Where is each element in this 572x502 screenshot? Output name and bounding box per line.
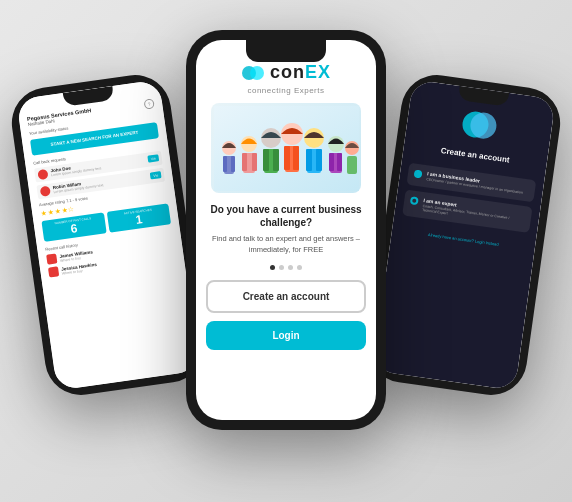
svg-rect-22 [316, 149, 322, 171]
dot-2 [279, 265, 284, 270]
center-screen: conEX connecting Experts [196, 40, 376, 420]
center-logo: conEX [241, 62, 331, 83]
center-question: Do you have a current business challenge… [206, 203, 366, 229]
logo-ex: EX [305, 62, 331, 82]
svg-rect-13 [263, 149, 269, 171]
center-illustration [211, 103, 361, 193]
svg-rect-17 [284, 146, 290, 170]
logo-text: conEX [270, 62, 331, 83]
svg-rect-9 [242, 153, 247, 171]
right-create-label: Create an account [440, 146, 510, 165]
dot-1 [270, 265, 275, 270]
svg-rect-26 [337, 153, 342, 171]
right-logo-svg [459, 105, 500, 146]
stat-calls: Number of past calls 6 [41, 212, 106, 242]
right-option-leader-text: I am a business leader CEO/owner / partn… [426, 170, 524, 195]
phone-left: Pegasus Services GmbH Nathalie Dahl ? Yo… [7, 70, 209, 399]
svg-rect-21 [306, 149, 312, 171]
svg-rect-5 [223, 156, 227, 172]
scene: Pegasus Services GmbH Nathalie Dahl ? Yo… [0, 0, 572, 502]
left-screen: Pegasus Services GmbH Nathalie Dahl ? Yo… [16, 79, 200, 390]
svg-rect-28 [347, 156, 357, 174]
login-button[interactable]: Login [206, 321, 366, 350]
radio-leader[interactable] [414, 169, 423, 178]
phone-right: Create an account I am a business leader… [363, 70, 565, 399]
phone-right-inner: Create an account I am a business leader… [372, 79, 556, 390]
people-illustration [214, 106, 359, 191]
phone-left-inner: Pegasus Services GmbH Nathalie Dahl ? Yo… [16, 79, 200, 390]
recent-info-1: James Williams Where to buy [59, 249, 93, 263]
contact-avatar-2 [40, 185, 51, 196]
phone-center: conEX connecting Experts [186, 30, 386, 430]
recent-avatar-2 [48, 267, 59, 278]
create-account-button[interactable]: Create an account [206, 280, 366, 313]
view-btn-2[interactable]: Vie [150, 171, 162, 179]
stat-searches: Active Searches 1 [106, 203, 171, 233]
right-screen: Create an account I am a business leader… [372, 79, 556, 390]
dot-3 [288, 265, 293, 270]
phone-center-notch [246, 40, 326, 62]
recent-avatar-1 [46, 254, 57, 265]
conex-logo-icon [241, 65, 265, 81]
login-link: Already have an account? Login Instead [428, 232, 499, 247]
recent-info-2: Jessica Hawkins Where to buy [61, 262, 98, 276]
pagination-dots [270, 265, 302, 270]
right-logo-icon [459, 105, 500, 146]
contact-avatar-1 [37, 169, 48, 180]
svg-rect-18 [293, 146, 299, 170]
center-sub: Find and talk to an expert and get answe… [206, 234, 366, 255]
login-link-text: Already have an account? [428, 232, 475, 243]
view-btn-1[interactable]: Vie [147, 155, 159, 163]
radio-expert[interactable] [410, 196, 419, 205]
svg-rect-10 [252, 153, 257, 171]
svg-rect-14 [273, 149, 279, 171]
svg-point-1 [250, 66, 264, 80]
svg-rect-25 [329, 153, 334, 171]
tagline: connecting Experts [247, 86, 324, 95]
svg-rect-6 [231, 156, 235, 172]
phone-center-inner: conEX connecting Experts [196, 40, 376, 420]
right-option-expert-text: I am an expert Coach, Consultant, Adviso… [422, 197, 526, 227]
help-icon[interactable]: ? [144, 98, 155, 109]
login-link-action[interactable]: Login Instead [475, 238, 499, 246]
dot-4 [297, 265, 302, 270]
